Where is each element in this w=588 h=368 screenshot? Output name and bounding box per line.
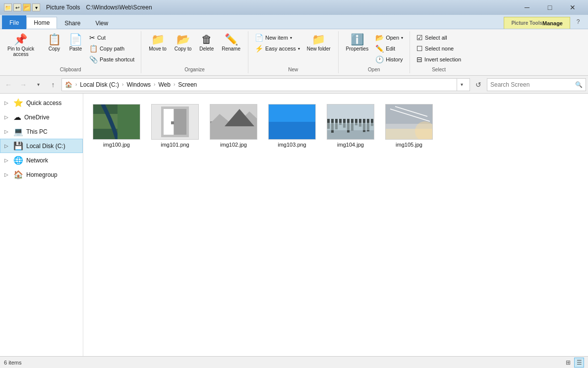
sidebar-item-this-pc[interactable]: ▷ 💻 This PC [0,124,83,139]
file-item-img104.jpg[interactable]: img104.jpg [323,100,378,152]
file-item-img101.png[interactable]: img101.png [148,100,202,152]
dropdown-icon[interactable]: ▾ [32,3,40,11]
tab-manage[interactable]: Picture ToolsManage [504,17,570,29]
file-item-img103.png[interactable]: img103.png [265,100,319,152]
details-view-button[interactable]: ☰ [574,358,584,368]
address-local-disk[interactable]: Local Disk (C:) [80,81,119,88]
paste-button[interactable]: 📄 Paste [65,32,86,53]
minimize-button[interactable]: ─ [516,0,538,15]
invert-label: Invert selection [424,56,461,62]
maximize-button[interactable]: □ [538,0,561,15]
new-small-buttons: 📄 New item ▾ ⚡ Easy access ▾ [252,32,302,54]
select-all-icon: ☑ [416,34,423,42]
file-item-img100.jpg[interactable]: img100.jpg [89,100,144,152]
expand-icon: ▷ [4,172,10,177]
new-folder-button[interactable]: 📁 New folder [303,32,334,53]
history-icon: 🕐 [375,55,384,63]
select-none-icon: ☐ [416,45,423,53]
this-pc-icon: 💻 [13,127,23,136]
sidebar-item-local-disk[interactable]: ▷ 💾 Local Disk (C:) [0,139,83,153]
refresh-button[interactable]: ↺ [472,78,485,91]
cut-button[interactable]: ✂ Cut [87,32,137,43]
select-label: Select [414,65,464,72]
copy-path-button[interactable]: 📋 Copy path [87,43,137,54]
new-group: 📄 New item ▾ ⚡ Easy access ▾ 📁 New folde… [248,31,339,73]
organize-group: 📁 Move to 📂 Copy to 🗑 Delete ✏️ Rename O… [141,31,248,73]
tab-view[interactable]: View [88,17,116,29]
properties-button[interactable]: ℹ️ Properties [343,32,372,53]
file-name: img105.jpg [396,142,422,148]
paste-label: Paste [69,46,82,52]
help-button[interactable]: ? [570,15,586,29]
search-box[interactable]: 🔍 [487,78,586,91]
tab-share[interactable]: Share [57,17,88,29]
large-icons-view-button[interactable]: ⊞ [563,358,573,368]
new-item-label: New item [265,35,288,41]
quick-access-icon[interactable]: 📁 [4,3,12,11]
edit-button[interactable]: ✏️ Edit [373,43,406,54]
new-folder-icon: 📁 [312,34,325,45]
homegroup-icon: 🏠 [13,170,23,179]
quick-access-sidebar-icon: ⭐ [13,98,23,107]
sidebar-item-onedrive[interactable]: ▷ ☁ OneDrive [0,110,83,124]
address-web[interactable]: Web [158,81,170,88]
new-item-icon: 📄 [255,34,263,42]
paste-icon: 📄 [69,34,82,45]
forward-button[interactable]: → [17,78,30,91]
open-icon: 📂 [375,34,384,42]
sidebar-item-network[interactable]: ▷ 🌐 Network [0,153,83,167]
item-count: 6 items [4,360,21,366]
clipboard-group-content: 📌 Pin to Quick access 📋 Copy 📄 Paste ✂ C… [4,32,137,65]
open-button[interactable]: 📂 Open ▾ [373,32,406,43]
address-bar-dropdown[interactable]: ▾ [457,79,467,91]
select-all-button[interactable]: ☑ Select all [414,32,464,43]
expand-icon: ▷ [4,129,10,134]
invert-selection-button[interactable]: ⊟ Invert selection [414,54,464,65]
sidebar-item-homegroup[interactable]: ▷ 🏠 Homegroup [0,167,83,182]
move-to-button[interactable]: 📁 Move to [145,32,170,53]
close-button[interactable]: ✕ [561,0,584,15]
expand-icon: ▷ [4,143,10,149]
delete-button[interactable]: 🗑 Delete [196,32,217,53]
onedrive-label: OneDrive [24,114,50,121]
title-bar-title: Picture Tools [46,4,80,11]
file-name: img101.png [161,142,189,148]
content-area[interactable]: img100.jpgimg101.pngimg102.jpgimg103.png… [83,94,588,356]
tab-home[interactable]: Home [26,17,57,29]
address-bar[interactable]: 🏠 › Local Disk (C:) › Windows › Web › Sc… [61,78,470,91]
copy-to-icon: 📂 [176,34,190,45]
clipboard-group: 📌 Pin to Quick access 📋 Copy 📄 Paste ✂ C… [0,31,141,73]
back-button[interactable]: ← [2,78,15,91]
select-none-button[interactable]: ☐ Select none [414,43,464,54]
history-label: History [386,56,403,62]
search-input[interactable] [490,81,573,88]
pin-icon: 📌 [14,34,27,45]
rename-button[interactable]: ✏️ Rename [218,32,244,53]
history-button[interactable]: 🕐 History [373,54,406,65]
pin-to-quick-access-button[interactable]: 📌 Pin to Quick access [4,32,38,59]
recent-locations-button[interactable]: ▾ [32,78,45,91]
easy-access-button[interactable]: ⚡ Easy access ▾ [252,43,302,54]
local-disk-label: Local Disk (C:) [26,143,65,150]
paste-shortcut-button[interactable]: 📎 Paste shortcut [87,54,137,65]
sidebar-item-quick-access[interactable]: ▷ ⭐ Quick access [0,96,83,110]
expand-icon: ▷ [4,158,10,163]
undo-icon[interactable]: ↩ [13,3,21,11]
organize-group-content: 📁 Move to 📂 Copy to 🗑 Delete ✏️ Rename [145,32,244,65]
address-screen[interactable]: Screen [178,81,197,88]
copy-label: Copy [49,46,60,52]
copy-button[interactable]: 📋 Copy [44,32,64,53]
file-item-img102.jpg[interactable]: img102.jpg [206,100,261,152]
new-item-button[interactable]: 📄 New item ▾ [252,32,302,43]
properties-label: Properties [346,46,369,52]
up-button[interactable]: ↑ [47,78,59,91]
tab-file[interactable]: File [2,15,26,29]
address-windows[interactable]: Windows [126,81,151,88]
file-thumb [385,104,433,140]
copy-to-button[interactable]: 📂 Copy to [171,32,195,53]
folder-icon[interactable]: 📂 [23,3,31,11]
open-group: ℹ️ Properties 📂 Open ▾ ✏️ Edit 🕐 History [339,31,411,73]
new-folder-label: New folder [307,46,331,52]
file-item-img105.jpg[interactable]: img105.jpg [382,100,436,152]
local-disk-icon: 💾 [13,141,23,151]
